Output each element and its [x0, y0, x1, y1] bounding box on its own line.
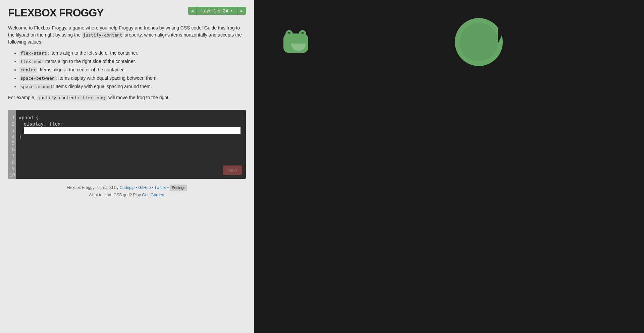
pond-panel — [254, 0, 644, 333]
settings-button[interactable]: Settings — [170, 185, 187, 191]
frog-mouth — [291, 44, 306, 51]
page-title: FLEXBOX FROGGY — [8, 7, 104, 19]
twitter-link[interactable]: Twitter — [154, 185, 166, 190]
caret-down-icon: ▼ — [230, 9, 233, 12]
code-line-2: display: flex; — [19, 121, 243, 127]
example-paragraph: For example, justify-content: flex-end; … — [8, 94, 246, 101]
header: FLEXBOX FROGGY ◀ Level 1 of 24 ▼ ▶ — [8, 7, 246, 19]
credits-line: Flexbox Froggy is created by Codepip • G… — [8, 184, 246, 192]
sidebar-panel: FLEXBOX FROGGY ◀ Level 1 of 24 ▼ ▶ Welco… — [0, 0, 254, 333]
code-line-4: } — [19, 134, 243, 140]
list-item: flex-start: Items align to the left side… — [19, 50, 246, 57]
line-numbers: 1 2 3 4 5 6 7 8 9 10 — [8, 110, 16, 179]
grid-garden-line: Want to learn CSS grid? Play Grid Garden… — [8, 192, 246, 199]
list-item: center: Items align at the center of the… — [19, 66, 246, 73]
pond — [267, 13, 507, 253]
level-label: Level 1 of 24 — [201, 8, 228, 13]
frog-body — [283, 34, 308, 53]
github-link[interactable]: GitHub — [138, 185, 151, 190]
codepip-link[interactable]: Codepip — [119, 185, 135, 190]
code-example: justify-content: flex-end; — [37, 95, 107, 101]
code-editor: 1 2 3 4 5 6 7 8 9 10 #pond { display: fl… — [8, 110, 246, 179]
next-level-button[interactable]: ▶ — [238, 7, 246, 15]
list-item: space-between: Items display with equal … — [19, 75, 246, 82]
lilypad-green — [455, 18, 503, 66]
list-item: space-around: Items display with equal s… — [19, 83, 246, 90]
code-area: #pond { display: flex; } Next — [16, 110, 246, 179]
code-justify-content: justify-content — [82, 32, 123, 38]
footer: Flexbox Froggy is created by Codepip • G… — [8, 184, 246, 199]
intro-paragraph: Welcome to Flexbox Froggy, a game where … — [8, 24, 246, 46]
next-button[interactable]: Next — [223, 165, 242, 175]
instructions: Welcome to Flexbox Froggy, a game where … — [8, 24, 246, 105]
prev-level-button[interactable]: ◀ — [188, 7, 196, 15]
list-item: flex-end: Items align to the right side … — [19, 58, 246, 65]
code-line-1: #pond { — [19, 115, 243, 121]
level-selector[interactable]: Level 1 of 24 ▼ — [196, 7, 238, 15]
values-list: flex-start: Items align to the left side… — [19, 50, 246, 90]
code-input[interactable] — [24, 127, 240, 134]
frog-green — [281, 30, 311, 53]
level-navigation: ◀ Level 1 of 24 ▼ ▶ — [188, 7, 246, 15]
grid-garden-link[interactable]: Grid Garden — [142, 193, 164, 197]
